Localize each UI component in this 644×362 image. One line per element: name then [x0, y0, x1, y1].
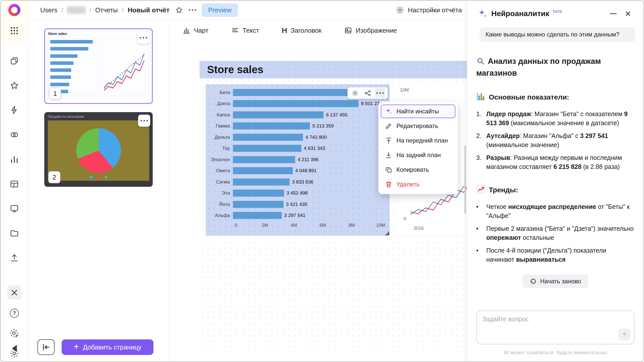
vertical-scrollbar[interactable] — [464, 146, 466, 213]
monitor-icon[interactable] — [7, 202, 21, 216]
menu-item-pencil[interactable]: Редактировать — [381, 119, 455, 133]
page-thumbnail-2[interactable]: Продажи по категориям 2 — [44, 112, 153, 187]
breadcrumb: Users / / Отчеты / Новый отчёт — [40, 6, 170, 14]
toolbar-item-heading[interactable]: H Заголовок — [282, 26, 321, 35]
chart-settings-icon[interactable] — [350, 88, 360, 98]
menu-item-trash[interactable]: Удалить — [381, 177, 455, 191]
layers-icon[interactable] — [7, 54, 21, 68]
bar-row: Йота3 421 435 — [210, 201, 381, 208]
search-icon — [476, 57, 485, 68]
star-icon[interactable] — [7, 78, 21, 93]
mini-pie-area — [48, 120, 149, 181]
help-icon[interactable]: ? — [7, 306, 21, 320]
y-axis-tick: 10M — [400, 87, 409, 93]
bar-row: Дельта4 742 800 — [210, 133, 381, 141]
more-icon[interactable] — [189, 9, 196, 11]
chart-actions-toolbar — [347, 87, 388, 99]
add-page-label: Добавить страницу — [83, 343, 142, 351]
settings-edit-icon[interactable] — [7, 326, 21, 340]
thumbnail-more-button[interactable] — [138, 115, 150, 127]
topbar: Users / / Отчеты / Новый отчёт Preview Н… — [28, 1, 467, 20]
category-label: Йота — [210, 202, 233, 207]
x-axis-tick: 6M — [319, 223, 326, 228]
ai-analysis-heading: Анализ данных по продажам магазинов — [476, 56, 634, 78]
send-button[interactable] — [618, 328, 630, 340]
add-page-button[interactable]: + Добавить страницу — [62, 339, 153, 355]
lightning-icon[interactable] — [7, 103, 21, 117]
apps-grid-icon[interactable] — [7, 24, 21, 38]
breadcrumb-item-reports[interactable]: Отчеты — [95, 6, 118, 14]
question-input[interactable] — [477, 311, 634, 331]
menu-item-back[interactable]: На задний план — [381, 148, 455, 162]
chart-more-button[interactable] — [375, 88, 385, 98]
mini-line-chart — [100, 38, 149, 96]
canvas-title-widget[interactable]: Store sales — [199, 61, 467, 78]
x-axis-tick: 10M — [376, 223, 385, 228]
value-label: 3 452 498 — [287, 190, 308, 196]
send-icon — [621, 331, 628, 338]
bar-chart-widget[interactable]: БетаДзета8 501 271Каппа6 137 455Гамма5 2… — [206, 84, 390, 236]
ai-list-item: •После 4-й позиции ("Дельта") показатели… — [476, 246, 634, 264]
bar — [233, 145, 301, 152]
report-settings-button[interactable]: Настройки отчёта — [396, 6, 462, 14]
upload-icon[interactable] — [7, 251, 21, 265]
page-thumbnail-1[interactable]: Store sales 1 — [44, 28, 153, 104]
text-icon — [231, 26, 239, 34]
x-axis-tick: 2016 — [414, 226, 424, 231]
page-number-badge: 2 — [48, 171, 60, 183]
x-axis-tick: 8M — [348, 223, 355, 228]
report-editor-canvas: Чарт Текст H Заголовок Изображение — [169, 20, 467, 361]
chart-share-icon[interactable] — [363, 88, 373, 98]
folder-icon[interactable] — [7, 226, 21, 240]
bar-chart-icon[interactable] — [7, 152, 21, 166]
x-axis-tick: 2M — [262, 223, 268, 228]
menu-item-sparkle[interactable]: Найти инсайты — [381, 105, 455, 118]
restart-button[interactable]: Начать заново — [522, 275, 588, 288]
bar — [233, 100, 358, 107]
minimize-button[interactable] — [608, 8, 619, 19]
bar-row: Альфа3 297 541 — [210, 212, 381, 219]
user-message-bubble: Какие выводы можно сделать по этим данны… — [479, 27, 635, 42]
breadcrumb-redacted[interactable] — [67, 6, 85, 14]
beta-badge: beta — [553, 9, 562, 14]
table-icon[interactable] — [7, 177, 21, 191]
bar — [233, 156, 295, 163]
trends-heading: Тренды: — [476, 184, 634, 196]
thumbnail-title: Store sales — [48, 32, 149, 36]
chart-icon — [182, 26, 190, 34]
bar-row: Дзета8 501 271 — [210, 100, 381, 107]
value-label: 5 213 359 — [312, 123, 334, 129]
toolbar-item-chart[interactable]: Чарт — [182, 26, 209, 34]
bar-row: Каппа6 137 455 — [210, 111, 381, 119]
arrow-to-line-icon — [42, 343, 50, 351]
menu-item-copy[interactable]: Копировать — [381, 163, 455, 176]
preview-button[interactable]: Preview — [202, 4, 238, 17]
bar-row: Гамма5 213 359 — [210, 122, 381, 130]
pages-panel: Store sales 1 — [28, 20, 169, 361]
bar-chart-x-axis: 02M4M6M8M10M — [236, 223, 381, 229]
bar-chart-emoji-icon — [476, 92, 486, 103]
value-label: 6 137 455 — [326, 112, 347, 118]
venn-icon[interactable] — [7, 128, 21, 142]
category-label: Дельта — [210, 134, 233, 140]
close-button[interactable]: × — [622, 8, 633, 19]
logo-plate — [1, 1, 28, 44]
collapse-pages-button[interactable] — [37, 339, 55, 355]
toolbar-item-image[interactable]: Изображение — [344, 26, 397, 34]
ai-panel-title: Нейроаналитик — [491, 9, 549, 18]
ai-list-item: •Четкое нисходящее распределение от "Бет… — [476, 202, 634, 220]
favorite-star-icon[interactable] — [175, 6, 183, 14]
toolbar-item-text[interactable]: Текст — [231, 26, 259, 34]
close-editor-icon[interactable] — [7, 286, 21, 300]
menu-item-front[interactable]: На передний план — [381, 134, 455, 147]
breadcrumb-item-users[interactable]: Users — [40, 6, 57, 14]
y-axis-tick: 0 — [404, 216, 406, 221]
ai-list-item: 3.Разрыв: Разница между первым и последн… — [476, 153, 634, 171]
thumbnail-more-button[interactable] — [137, 32, 149, 44]
bar-row: Эта3 452 498 — [210, 189, 381, 197]
report-page[interactable]: Store sales БетаДзета8 501 271Каппа6 137… — [199, 61, 467, 350]
collapse-rail-icon[interactable] — [7, 341, 21, 355]
thumbnail-title: Продажи по категориям — [48, 115, 149, 118]
datalens-logo-icon[interactable] — [8, 4, 20, 16]
image-icon — [344, 26, 352, 34]
